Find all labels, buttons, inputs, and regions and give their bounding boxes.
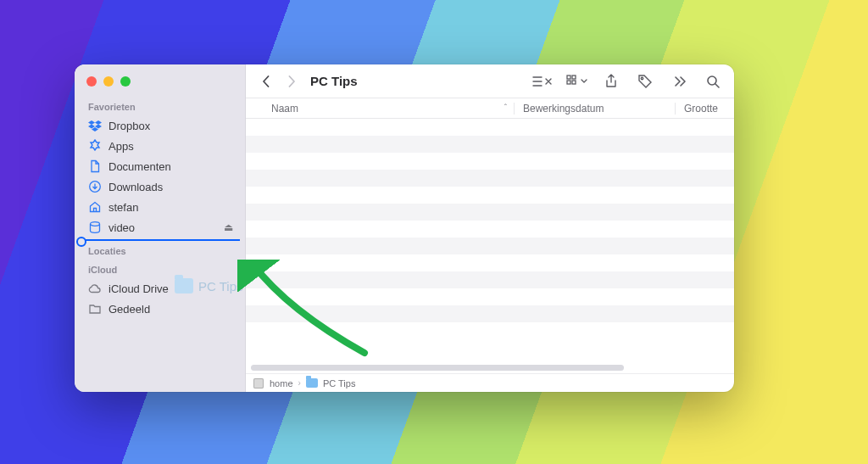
list-row	[246, 305, 734, 322]
svg-rect-4	[572, 75, 576, 79]
toolbar-actions	[532, 71, 724, 92]
window-controls	[75, 73, 245, 97]
svg-rect-3	[567, 75, 570, 79]
sidebar-item-label: video	[108, 221, 135, 234]
sidebar-section-locations: Locaties	[75, 241, 245, 260]
svg-rect-6	[572, 81, 576, 84]
sidebar-item-downloads[interactable]: Downloads	[75, 176, 245, 197]
chevron-right-icon: ›	[298, 378, 301, 388]
svg-point-7	[641, 77, 643, 79]
column-date-label: Bewerkingsdatum	[523, 103, 604, 115]
svg-point-1	[91, 222, 100, 226]
disk-icon	[253, 378, 264, 389]
folder-icon	[306, 378, 318, 389]
list-row	[246, 119, 734, 136]
finder-window: Favorieten Dropbox Apps Documenten Downl…	[75, 64, 734, 392]
column-headers: Naam ˆ Bewerkingsdatum Grootte	[246, 98, 734, 119]
sidebar-section-icloud: iCloud	[75, 260, 245, 278]
dropbox-icon	[88, 119, 102, 132]
sort-indicator-icon: ˆ	[504, 103, 507, 113]
svg-rect-5	[567, 81, 570, 84]
document-icon	[88, 159, 102, 173]
sidebar-item-icloud-drive[interactable]: iCloud Drive	[75, 278, 245, 299]
sidebar-item-label: Documenten	[108, 160, 171, 173]
list-row	[246, 170, 734, 187]
file-list[interactable]	[246, 119, 734, 361]
eject-icon[interactable]: ⏏	[224, 221, 233, 233]
toolbar: PC Tips	[246, 64, 734, 98]
downloads-icon	[88, 180, 102, 193]
cloud-icon	[88, 282, 102, 295]
sidebar: Favorieten Dropbox Apps Documenten Downl…	[75, 64, 246, 392]
more-button[interactable]	[668, 71, 690, 92]
column-size-label: Grootte	[684, 103, 718, 115]
sidebar-item-label: iCloud Drive	[108, 282, 169, 295]
sidebar-item-home[interactable]: stefan	[75, 197, 245, 217]
group-button[interactable]	[566, 71, 588, 92]
path-segment[interactable]: PC Tips	[323, 378, 356, 389]
horizontal-scrollbar[interactable]	[246, 361, 734, 373]
close-window-button[interactable]	[86, 76, 97, 87]
scrollbar-thumb[interactable]	[251, 365, 624, 371]
list-row	[246, 238, 734, 254]
column-name[interactable]: Naam ˆ	[246, 103, 514, 115]
sidebar-item-label: Apps	[108, 140, 134, 153]
list-row	[246, 187, 734, 204]
drop-indicator	[80, 239, 240, 241]
list-row	[246, 136, 734, 153]
column-date[interactable]: Bewerkingsdatum	[514, 103, 675, 115]
list-row	[246, 204, 734, 221]
list-row	[246, 322, 734, 339]
column-size[interactable]: Grootte	[675, 103, 734, 115]
path-segment[interactable]: home	[270, 378, 293, 389]
minimize-window-button[interactable]	[103, 76, 114, 87]
window-title: PC Tips	[310, 74, 358, 88]
back-button[interactable]	[256, 71, 276, 92]
sidebar-item-shared[interactable]: Gedeeld	[75, 299, 245, 319]
sidebar-item-video[interactable]: video ⏏	[75, 217, 245, 238]
list-row	[246, 271, 734, 288]
disk-icon	[88, 221, 102, 234]
sidebar-item-documents[interactable]: Documenten	[75, 156, 245, 176]
list-row	[246, 288, 734, 305]
sidebar-item-label: Dropbox	[108, 120, 150, 132]
sidebar-item-label: stefan	[108, 201, 138, 214]
sidebar-item-apps[interactable]: Apps	[75, 136, 245, 156]
tags-button[interactable]	[634, 71, 656, 92]
list-row	[246, 254, 734, 271]
apps-icon	[88, 139, 102, 153]
sidebar-section-favorites: Favorieten	[75, 97, 245, 115]
home-icon	[88, 200, 102, 214]
main-pane: PC Tips	[246, 64, 734, 392]
view-mode-button[interactable]	[532, 71, 554, 92]
share-button[interactable]	[600, 71, 622, 92]
sidebar-item-label: Gedeeld	[108, 303, 150, 316]
column-name-label: Naam	[271, 103, 298, 115]
zoom-window-button[interactable]	[120, 76, 131, 87]
shared-folder-icon	[88, 302, 102, 316]
list-row	[246, 221, 734, 238]
sidebar-item-label: Downloads	[108, 181, 163, 193]
sidebar-item-dropbox[interactable]: Dropbox	[75, 115, 245, 136]
list-row	[246, 153, 734, 170]
search-button[interactable]	[702, 71, 724, 92]
forward-button[interactable]	[281, 71, 302, 92]
path-bar: home › PC Tips	[246, 373, 734, 392]
